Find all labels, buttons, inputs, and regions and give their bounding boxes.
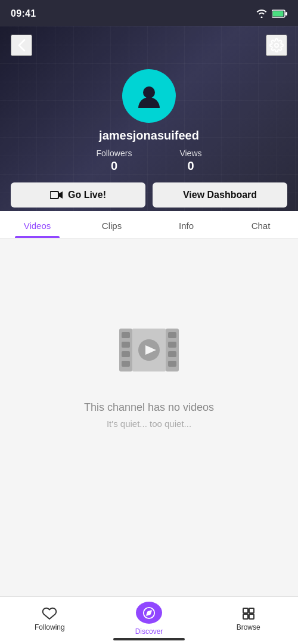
settings-button[interactable]: [266, 35, 287, 56]
battery-icon: [272, 10, 287, 18]
hero-nav: [0, 26, 298, 64]
gear-icon: [269, 38, 284, 52]
bottom-nav: Following Discover Browse: [0, 596, 298, 644]
browse-icon: [241, 606, 256, 621]
nav-browse-label: Browse: [237, 623, 260, 631]
status-time: 09:41: [11, 8, 36, 19]
tab-clips[interactable]: Clips: [74, 211, 149, 238]
back-button[interactable]: [11, 35, 32, 56]
views-value: 0: [179, 159, 201, 173]
camera-icon: [50, 190, 63, 200]
action-buttons: Go Live! View Dashboard: [11, 182, 287, 208]
status-bar: 09:41: [0, 0, 298, 26]
view-dashboard-label: View Dashboard: [183, 190, 257, 200]
svg-rect-15: [168, 361, 176, 367]
followers-stat: Followers 0: [97, 148, 132, 173]
empty-state-subtitle: It's quiet... too quiet...: [107, 419, 191, 429]
tab-videos-label: Videos: [24, 221, 51, 231]
svg-rect-7: [122, 332, 130, 338]
nav-following-label: Following: [35, 623, 65, 631]
empty-state-icon: [110, 317, 188, 385]
username: jamesjonasuifeed: [99, 129, 199, 143]
tabs-bar: Videos Clips Info Chat: [0, 211, 298, 239]
wifi-icon: [256, 10, 267, 18]
svg-rect-10: [122, 361, 130, 367]
heart-icon: [42, 606, 57, 621]
svg-rect-8: [122, 342, 130, 348]
stats-row: Followers 0 Views 0: [97, 148, 202, 173]
svg-point-4: [143, 86, 155, 98]
tab-info-label: Info: [179, 221, 194, 231]
svg-marker-20: [147, 611, 151, 615]
views-stat: Views 0: [179, 148, 201, 173]
views-label: Views: [179, 148, 201, 158]
tab-videos[interactable]: Videos: [0, 211, 74, 238]
svg-rect-2: [285, 12, 287, 16]
view-dashboard-button[interactable]: View Dashboard: [153, 182, 287, 208]
svg-rect-14: [168, 351, 176, 357]
status-icons: [256, 10, 287, 18]
avatar: [122, 69, 176, 123]
nav-item-following[interactable]: Following: [0, 597, 100, 636]
tab-chat-label: Chat: [252, 221, 271, 231]
svg-rect-5: [50, 191, 58, 199]
svg-rect-9: [122, 351, 130, 357]
nav-item-discover[interactable]: Discover: [100, 597, 199, 636]
hero-section: jamesjonasuifeed Followers 0 Views 0 Go …: [0, 26, 298, 211]
svg-rect-13: [168, 342, 176, 348]
go-live-label: Go Live!: [68, 190, 106, 200]
tab-info[interactable]: Info: [149, 211, 224, 238]
content-area: This channel has no videos It's quiet...…: [0, 239, 298, 507]
followers-label: Followers: [97, 148, 132, 158]
home-indicator: [113, 638, 185, 640]
svg-rect-12: [168, 332, 176, 338]
discover-icon-bg: [136, 602, 162, 624]
svg-rect-24: [249, 614, 254, 619]
svg-rect-1: [273, 11, 284, 17]
followers-value: 0: [97, 159, 132, 173]
nav-discover-label: Discover: [135, 627, 163, 636]
svg-rect-23: [243, 614, 248, 619]
avatar-circle: [122, 69, 176, 123]
svg-point-3: [275, 44, 278, 47]
svg-rect-22: [249, 608, 254, 613]
tab-chat[interactable]: Chat: [224, 211, 298, 238]
go-live-button[interactable]: Go Live!: [11, 182, 145, 208]
svg-rect-21: [243, 608, 248, 613]
nav-item-browse[interactable]: Browse: [198, 597, 298, 636]
compass-icon: [142, 606, 156, 620]
tab-clips-label: Clips: [102, 221, 122, 231]
film-reel-icon: [110, 317, 188, 382]
empty-state-title: This channel has no videos: [84, 401, 214, 414]
